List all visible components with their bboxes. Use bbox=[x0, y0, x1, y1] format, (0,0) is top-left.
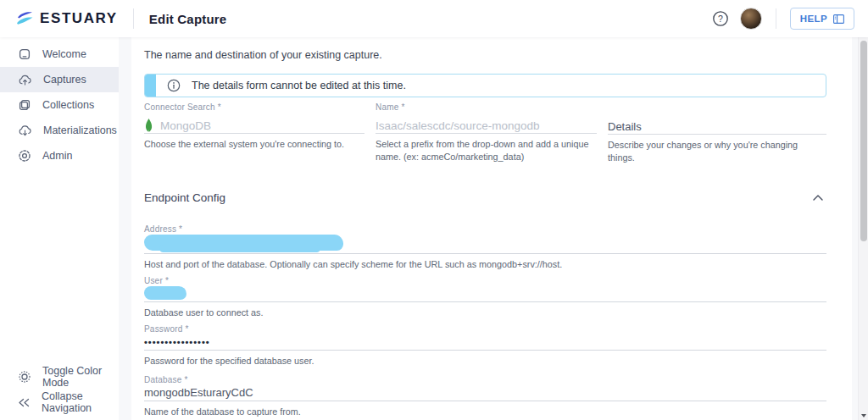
toggle-color-mode[interactable]: Toggle Color Mode bbox=[0, 364, 119, 390]
page-title: Edit Capture bbox=[149, 12, 227, 26]
sidebar-footer-label: Collapse Navigation bbox=[42, 390, 119, 414]
name-field: Name * Isaac/salescdc/source-mongodb Sel… bbox=[376, 102, 597, 164]
info-alert: The details form cannot be edited at thi… bbox=[144, 74, 826, 97]
database-label: Database * bbox=[144, 375, 826, 384]
main-layout: Welcome Captures Collections Materiali bbox=[0, 37, 868, 420]
details-helper: Describe your changes or why you're chan… bbox=[608, 139, 826, 164]
sidebar-item-label: Collections bbox=[42, 99, 94, 111]
svg-text:?: ? bbox=[718, 14, 723, 24]
gear-icon bbox=[18, 149, 31, 163]
endpoint-config-title: Endpoint Config bbox=[144, 191, 225, 204]
sidebar-item-materializations[interactable]: Materializations bbox=[0, 118, 119, 143]
name-label: Name * bbox=[376, 102, 597, 112]
name-value: Isaac/salescdc/source-mongodb bbox=[376, 119, 540, 132]
content-area: The name and destination of your existin… bbox=[119, 37, 868, 420]
header-divider bbox=[133, 8, 134, 29]
info-icon bbox=[167, 79, 181, 92]
connector-search-helper: Choose the external system you're connec… bbox=[144, 138, 364, 151]
details-label: Details bbox=[608, 120, 642, 133]
database-input[interactable]: mongodbEsturaryCdC bbox=[144, 384, 826, 401]
alert-message: The details form cannot be edited at thi… bbox=[192, 80, 406, 91]
connector-search-field: Connector Search * MongoDB Choose the ex… bbox=[144, 102, 364, 164]
connector-search-label: Connector Search * bbox=[144, 102, 364, 112]
user-label: User * bbox=[144, 276, 826, 285]
help-question-icon[interactable]: ? bbox=[712, 10, 729, 27]
double-chevron-left-icon bbox=[18, 398, 31, 407]
scrollbar-thumb[interactable] bbox=[860, 41, 867, 241]
mongodb-leaf-icon bbox=[144, 119, 153, 132]
sidebar-item-admin[interactable]: Admin bbox=[0, 143, 119, 169]
brand-wordmark: ESTUARY bbox=[40, 10, 118, 27]
sidebar-item-label: Welcome bbox=[42, 48, 86, 60]
sidebar-item-captures[interactable]: Captures bbox=[0, 67, 119, 92]
chevron-up-icon bbox=[813, 195, 823, 201]
user-input[interactable] bbox=[144, 285, 826, 302]
app-header: ESTUARY Edit Capture ? HELP bbox=[0, 0, 868, 37]
docs-panel-icon bbox=[833, 14, 844, 24]
header-divider-2 bbox=[776, 8, 776, 29]
capture-intro-text: The name and destination of your existin… bbox=[144, 49, 826, 61]
cloud-upload-icon bbox=[18, 74, 32, 86]
details-input[interactable]: Details bbox=[608, 119, 826, 135]
help-button-label: HELP bbox=[800, 14, 827, 24]
estuary-logo-icon bbox=[15, 10, 34, 27]
password-helper: Password for the specified database user… bbox=[144, 355, 826, 368]
user-redacted-value bbox=[144, 286, 186, 300]
help-button[interactable]: HELP bbox=[790, 8, 854, 30]
capture-form-card: The name and destination of your existin… bbox=[131, 37, 852, 420]
estuary-logo[interactable]: ESTUARY bbox=[15, 10, 118, 27]
collapse-navigation[interactable]: Collapse Navigation bbox=[0, 390, 119, 415]
name-input: Isaac/salescdc/source-mongodb bbox=[376, 118, 597, 134]
capture-details-row: Connector Search * MongoDB Choose the ex… bbox=[144, 102, 826, 164]
details-label-spacer bbox=[608, 102, 826, 119]
address-redacted-value bbox=[144, 235, 343, 251]
user-avatar[interactable] bbox=[740, 8, 762, 30]
endpoint-config-collapse-button[interactable] bbox=[810, 191, 826, 204]
database-value: mongodbEsturaryCdC bbox=[144, 386, 253, 399]
sidebar-item-collections[interactable]: Collections bbox=[0, 92, 119, 118]
address-helper: Host and port of the database. Optionall… bbox=[144, 258, 826, 271]
sidebar-item-label: Admin bbox=[42, 150, 72, 162]
connector-search-value: MongoDB bbox=[160, 119, 211, 132]
collections-icon bbox=[18, 98, 31, 112]
password-input[interactable]: •••••••••••••••• bbox=[144, 334, 826, 351]
sun-icon bbox=[18, 370, 31, 384]
sidebar-item-label: Captures bbox=[43, 74, 86, 86]
connector-search-input: MongoDB bbox=[144, 118, 364, 134]
address-label: Address * bbox=[144, 224, 826, 234]
user-helper: Database user to connect as. bbox=[144, 307, 826, 319]
page-scrollbar[interactable] bbox=[858, 37, 868, 420]
alert-accent-bar bbox=[145, 75, 156, 97]
home-icon bbox=[18, 47, 31, 61]
sidebar-item-welcome[interactable]: Welcome bbox=[0, 41, 119, 67]
database-helper: Name of the database to capture from. bbox=[144, 406, 826, 418]
details-field: Details Describe your changes or why you… bbox=[608, 102, 826, 164]
endpoint-config-header: Endpoint Config bbox=[144, 191, 826, 204]
address-input[interactable] bbox=[144, 234, 826, 254]
scrollbar-down-arrow[interactable] bbox=[861, 414, 866, 417]
name-helper: Select a prefix from the drop-down and a… bbox=[376, 138, 597, 163]
password-label: Password * bbox=[144, 324, 826, 334]
password-masked-value: •••••••••••••••• bbox=[144, 337, 210, 347]
sidebar-footer: Toggle Color Mode Collapse Navigation bbox=[0, 364, 119, 420]
cloud-download-icon bbox=[18, 124, 32, 137]
sidebar-item-label: Materializations bbox=[43, 124, 117, 136]
sidebar-footer-label: Toggle Color Mode bbox=[42, 365, 119, 389]
sidebar: Welcome Captures Collections Materiali bbox=[0, 37, 119, 420]
